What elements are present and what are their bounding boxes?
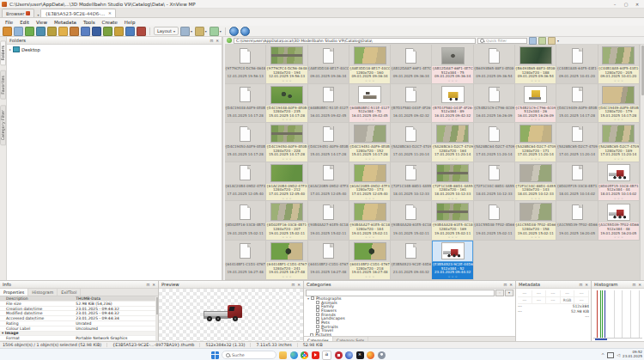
map-location-icon[interactable] [240, 27, 250, 36]
category-checkbox[interactable] [316, 325, 319, 328]
pin-icon[interactable]: ⊡ [291, 283, 295, 287]
category-checkbox[interactable] [316, 320, 319, 324]
category-checkbox[interactable] [316, 305, 319, 308]
thumbnail-cell[interactable]: {A8E3DD18-8E17-40CC-8E9E-4F21B3} 09.01.2… [308, 45, 349, 84]
category-checkbox[interactable] [316, 301, 319, 304]
thumbnail-cell[interactable]: {A1C55D38-7F02-4D66-8E31-90AB4C} 19.01.2… [474, 201, 515, 241]
menu-file[interactable]: File [2, 20, 16, 25]
thumbnail-cell[interactable]: {D4C19450-A0F9-4E0B-A014-52BB62} 15.01.2… [225, 123, 266, 162]
thumbnail-cell[interactable]: {B7D1F580-043F-4F26-8214-36A0C8}512x384 … [432, 84, 473, 124]
settings-icon[interactable] [137, 27, 146, 36]
go-up-icon[interactable] [227, 38, 232, 43]
thumbnail-size-icon-group[interactable]: ▾ [210, 27, 222, 36]
thumbnail-cell[interactable]: {8D02EF16-33C8-4B71-9AD5-55C029} 19.01.2… [225, 201, 266, 241]
thumbnail-cell[interactable]: {72F1C34B-88D1-4A55-AF16-62D117} 18.01.2… [391, 162, 432, 202]
add-category-input[interactable] [306, 290, 495, 296]
thumbnail-cell[interactable]: {93B4AA27-61E5-4C18-B2D9-74F03A}1280x720… [349, 201, 391, 241]
edit-icon[interactable] [70, 27, 79, 36]
taskbar-search[interactable]: Suche [222, 351, 276, 359]
grid-view-icon[interactable] [529, 37, 537, 45]
pin-icon[interactable]: ⊡ [146, 283, 149, 287]
chrome-taskbar-icon[interactable] [301, 351, 308, 359]
thumbnail-cell[interactable]: {8D02EF15-33C8-4B71-9AD4-55C028} 18.01.2… [556, 162, 598, 202]
thumbnail-cell[interactable]: {5A28BC65-D2C7-4709-A2D2-6B11F2} 17.01.2… [556, 123, 598, 162]
thumbnail-cell[interactable]: {648B0BEC-511E-4127-A24E-99D014} 16.01.2… [308, 84, 349, 124]
thumbnail-cell[interactable]: {8D02EF16-33C8-4B71-9AD5-55C029}1280x720… [266, 201, 307, 241]
thumbnail-cell[interactable]: {E3B5A523-9C2E-44D6-B8D4-8977BA}512x384 … [432, 241, 473, 280]
thumbnail-cell[interactable]: {AB12DA87-66F1-4E7C-93D5-0881C2} 09.01.2… [391, 45, 432, 84]
close-icon[interactable]: ✕ [638, 283, 641, 287]
category-checkbox[interactable] [316, 313, 319, 316]
category-dropdown-button[interactable]: ▾ [505, 290, 513, 296]
close-icon[interactable]: ✕ [216, 39, 219, 43]
list-view-icon[interactable] [538, 37, 546, 45]
thumbnail-cell[interactable]: {D4C19451-A0F9-4E0B-A015-52BB63} 15.01.2… [308, 123, 349, 162]
thumbnail-cell[interactable]: {D4C19448-A0F9-4E0B-A011-52BB60} 15.01.2… [225, 84, 266, 124]
expander-icon[interactable]: ▸ [9, 47, 11, 52]
properties-scrollbar[interactable] [155, 296, 158, 341]
thumbnail-cell[interactable]: {5A28BC64-D2C7-4709-A2D1-6B11F1}1280x720… [515, 123, 556, 162]
x-app-taskbar-icon[interactable] [356, 351, 364, 359]
thumbnail-cell[interactable]: {648B0BEC-511E-4127-A24E-99D014}512x384 … [349, 84, 391, 124]
thumbnail-cell[interactable]: {93B4AA28-61E5-4C18-B2DA-74F03B} 19.01.2… [391, 201, 432, 241]
thumbnail-cell[interactable]: {D4C19451-A0F9-4E0B-A015-52BB63}1280x720… [349, 123, 391, 162]
capture-icon[interactable] [81, 27, 90, 36]
thumbnail-cell[interactable]: {64414BF2-C1D1-4767-83E1-B2CD5F}1280x720… [349, 241, 391, 280]
thumbnail-cell[interactable]: {B6493B65-88F3-4E08-9E5C-1140A7}1280x720… [515, 45, 556, 84]
menu-create[interactable]: Create [99, 20, 121, 25]
thumbnail-cell[interactable]: {93B4AA28-61E5-4C18-B2DA-74F03B}1280x720… [432, 201, 473, 241]
pin-icon[interactable]: ⊡ [632, 283, 635, 287]
close-button[interactable]: ✕ [632, 1, 642, 8]
thumbnail-cell[interactable]: {D4C19449-A0F9-4E0B-A013-52BB61}1280x720… [598, 84, 640, 124]
thumbnail-cell[interactable]: {61AC20B5-09D2-47F3-9B89-31E006} 17.01.2… [308, 162, 349, 202]
menu-view[interactable]: View [33, 20, 51, 25]
close-icon[interactable]: ✕ [509, 283, 513, 287]
thumbnail-cell[interactable]: {9779CFC4-DC56-4648-B594-B53A07}1280x720… [266, 45, 307, 84]
tab-document[interactable]: {E3B5A523-9C2E-44D6-... ✕ [40, 9, 115, 17]
contacts-taskbar-icon[interactable] [378, 351, 386, 359]
category-checkbox[interactable] [316, 308, 319, 312]
sort-order-icon[interactable] [548, 37, 556, 45]
rename-icon[interactable] [47, 27, 57, 36]
category-checkbox[interactable] [316, 317, 319, 320]
tab-browser[interactable]: Browser [2, 9, 34, 17]
thumbnail-cell[interactable]: {D4C19449-A0F9-4E0B-A013-52BB61} 15.01.2… [556, 84, 598, 124]
thumbnail-cell[interactable]: {E3B5A523-9C2E-44D6-B8D4-8977BA} 23.01.2… [391, 241, 432, 280]
category-checkbox[interactable] [310, 333, 313, 336]
maximize-button[interactable]: ▢ [621, 1, 631, 8]
display-icon[interactable] [607, 352, 614, 358]
view-options-chevron-icon[interactable]: ▾ [557, 39, 559, 43]
convert-icon[interactable] [36, 27, 46, 36]
thumbnail-cell[interactable]: {A8E3DD18-8E17-40CC-8E9E-4F21B3}1280x720… [349, 45, 391, 84]
thumbnail-cell[interactable]: {A1C55D39-7F02-4D66-8E32-90AB4D}512x384 … [598, 201, 640, 241]
folder-tree-item-desktop[interactable]: ▸ Desktop [7, 45, 222, 54]
thumbnail-cell[interactable]: {C44B18A5-64F5-43E1-93C3-7722D1} 09.01.2… [556, 45, 598, 84]
edge-taskbar-icon[interactable] [290, 351, 298, 359]
thumbnail-cell[interactable]: {C44B18A5-64F5-43E1-93C3-7722D1}1280x720… [598, 45, 640, 84]
scrollbar-thumb[interactable] [641, 46, 644, 95]
thumbnail-cell[interactable]: {72F1C34B-88D1-4A55-AF16-62D117}1280x720… [432, 162, 473, 202]
pin-icon[interactable]: ⊡ [210, 39, 213, 43]
thumbnail-cell[interactable]: {B7D1F580-043F-4F26-8214-36A0C8} 16.01.2… [391, 84, 432, 124]
thumbnail-cell[interactable]: {C54B21C9-C796-4C09-B966-A41F55}512x384 … [515, 84, 556, 124]
start-button[interactable] [211, 351, 219, 359]
thumbnail-cell[interactable]: {61AC20B5-09D2-47F3-9B89-31E006}1280x720… [349, 162, 391, 202]
thumbnail-cell[interactable]: {5A28BC64-D2C7-4709-A2D1-6B11F1} 17.01.2… [474, 123, 515, 162]
fullscreen-icon[interactable] [14, 27, 23, 36]
sort-icon-group[interactable]: ▾ [195, 27, 207, 36]
file-explorer-taskbar-icon[interactable] [279, 351, 287, 359]
amazon-taskbar-icon[interactable] [322, 351, 331, 360]
view-mode-icon[interactable] [180, 27, 190, 36]
info-tab-exiftool[interactable]: ExifTool [58, 289, 81, 296]
tag-icon[interactable] [114, 27, 124, 36]
thumbnail-cell[interactable]: {93B4AA27-61E5-4C18-B2D9-74F03A} 19.01.2… [308, 201, 349, 241]
vertical-tab-favorites[interactable]: Favorites [0, 70, 6, 100]
web-search-icon[interactable] [229, 27, 239, 36]
thumbnail-cell[interactable]: {5A28BC65-D2C7-4709-A2D2-6B11F2}1280x720… [598, 123, 640, 162]
thumbnail-cell[interactable]: {64414BF2-C1D1-4767-83E1-B2CD5F} 19.01.2… [308, 241, 349, 280]
thumbnail-cell[interactable]: {64414BF1-C1D1-4767-83E0-B2CD5E} 19.01.2… [225, 241, 266, 280]
expander-icon[interactable] [307, 333, 308, 336]
tab-close-icon[interactable]: ✕ [108, 11, 112, 15]
thumbnail-cell[interactable]: {A1C55D38-7F02-4D66-8E31-90AB4C}1280x720… [515, 201, 556, 241]
thumbnail-size-icon[interactable] [210, 27, 219, 36]
